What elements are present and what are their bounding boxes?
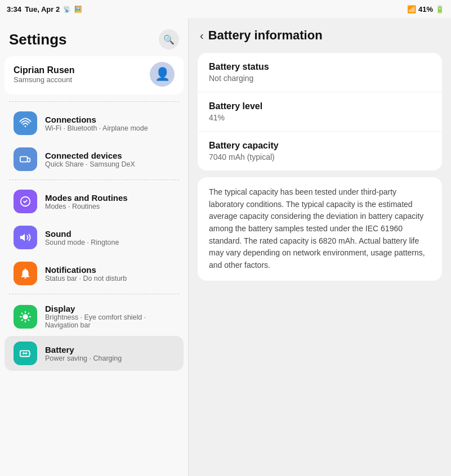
settings-title: Settings	[9, 31, 67, 48]
gallery-icon: 🖼️	[74, 6, 82, 13]
status-left: 3:34 Tue, Apr 2 📡 🖼️	[7, 5, 82, 14]
sidebar-item-connected-devices[interactable]: Connected devices Quick Share · Samsung …	[5, 142, 184, 177]
notifications-icon	[14, 262, 37, 285]
display-text: Display Brightness · Eye comfort shield …	[45, 304, 175, 329]
status-time: 3:34	[7, 5, 21, 14]
search-button[interactable]: 🔍	[159, 29, 179, 50]
sidebar-item-connections[interactable]: Connections Wi-Fi · Bluetooth · Airplane…	[5, 106, 184, 141]
account-info: Ciprian Rusen Samsung account	[14, 65, 74, 84]
sidebar-item-display[interactable]: Display Brightness · Eye comfort shield …	[5, 298, 184, 335]
modes-routines-icon	[14, 190, 37, 213]
display-title: Display	[45, 304, 175, 313]
detail-title: Battery information	[208, 28, 323, 43]
sound-sub: Sound mode · Ringtone	[45, 239, 119, 246]
battery-status-label: Battery status	[209, 62, 431, 72]
battery-info-cards: Battery status Not charging Battery leve…	[198, 53, 442, 170]
connections-icon	[14, 111, 37, 135]
battery-icon	[14, 342, 37, 365]
cast-icon: 📡	[63, 6, 71, 13]
wifi-status-icon: 📶	[407, 5, 416, 14]
battery-status-row: Battery status Not charging	[198, 53, 442, 92]
status-date: Tue, Apr 2	[25, 5, 60, 14]
connected-devices-title: Connected devices	[45, 151, 135, 160]
display-sub: Brightness · Eye comfort shield · Naviga…	[45, 313, 175, 329]
battery-capacity-value: 7040 mAh (typical)	[209, 152, 431, 161]
battery-sub: Power saving · Charging	[45, 354, 122, 362]
avatar-icon: 👤	[155, 67, 170, 82]
connections-title: Connections	[45, 115, 148, 124]
svg-rect-1	[20, 156, 28, 161]
sound-icon	[14, 226, 37, 249]
modes-routines-sub: Modes · Routines	[45, 203, 128, 210]
connections-text: Connections Wi-Fi · Bluetooth · Airplane…	[45, 115, 148, 132]
connected-devices-icon	[14, 147, 37, 171]
sidebar-item-sound[interactable]: Sound Sound mode · Ringtone	[5, 220, 184, 255]
battery-level-label: Battery level	[209, 101, 431, 111]
account-sub: Samsung account	[14, 75, 74, 84]
battery-status-value: Not charging	[209, 74, 431, 83]
settings-header: Settings 🔍	[0, 18, 188, 56]
battery-level-value: 41%	[209, 113, 431, 122]
sound-text: Sound Sound mode · Ringtone	[45, 229, 119, 246]
connections-sub: Wi-Fi · Bluetooth · Airplane mode	[45, 124, 148, 132]
status-bar: 3:34 Tue, Apr 2 📡 🖼️ 📶 41% 🔋	[0, 0, 451, 18]
status-right: 📶 41% 🔋	[407, 5, 444, 14]
battery-capacity-row: Battery capacity 7040 mAh (typical)	[198, 131, 442, 170]
battery-status: 41%	[418, 5, 433, 14]
display-icon	[14, 305, 37, 329]
notifications-sub: Status bar · Do not disturb	[45, 275, 127, 282]
account-name: Ciprian Rusen	[14, 65, 74, 75]
battery-level-row: Battery level 41%	[198, 92, 442, 131]
battery-title: Battery	[45, 345, 122, 354]
connected-devices-sub: Quick Share · Samsung DeX	[45, 160, 135, 168]
notifications-title: Notifications	[45, 265, 127, 275]
sidebar-item-modes-routines[interactable]: Modes and Routines Modes · Routines	[5, 184, 184, 219]
search-icon: 🔍	[163, 34, 175, 45]
sidebar-item-notifications[interactable]: Notifications Status bar · Do not distur…	[5, 256, 184, 291]
main-layout: Settings 🔍 Ciprian Rusen Samsung account…	[0, 18, 451, 476]
divider-3	[9, 294, 179, 294]
svg-point-0	[25, 125, 26, 127]
battery-text: Battery Power saving · Charging	[45, 345, 122, 362]
detail-header: ‹ Battery information	[189, 18, 451, 51]
battery-icon: 🔋	[435, 5, 444, 14]
battery-description: The typical capacity has been tested und…	[198, 177, 442, 281]
connected-devices-text: Connected devices Quick Share · Samsung …	[45, 151, 135, 168]
modes-routines-title: Modes and Routines	[45, 193, 128, 203]
sound-title: Sound	[45, 229, 119, 239]
back-button[interactable]: ‹	[200, 29, 204, 42]
divider-1	[9, 101, 179, 102]
account-row[interactable]: Ciprian Rusen Samsung account 👤	[5, 56, 184, 95]
svg-point-3	[23, 314, 28, 319]
detail-panel: ‹ Battery information Battery status Not…	[189, 18, 451, 476]
avatar: 👤	[150, 62, 175, 87]
notifications-text: Notifications Status bar · Do not distur…	[45, 265, 127, 282]
sidebar-item-battery[interactable]: Battery Power saving · Charging	[5, 336, 184, 371]
divider-2	[9, 179, 179, 180]
settings-panel: Settings 🔍 Ciprian Rusen Samsung account…	[0, 18, 189, 476]
modes-routines-text: Modes and Routines Modes · Routines	[45, 193, 128, 210]
battery-capacity-label: Battery capacity	[209, 141, 431, 151]
